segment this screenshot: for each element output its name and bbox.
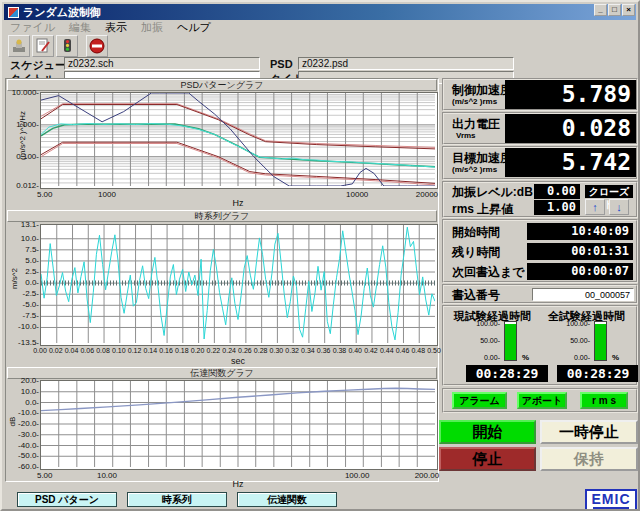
emic-logo-text: EMIC xyxy=(592,491,631,507)
hold-button[interactable]: 保持 xyxy=(540,447,638,471)
menu-excite[interactable]: 加振 xyxy=(141,20,163,34)
stop-sign-icon[interactable] xyxy=(86,35,108,57)
y-tick-label: 2.5 xyxy=(25,267,39,276)
output-voltage-value: 0.028 xyxy=(505,114,636,143)
y-tick-label: -40.0 xyxy=(18,440,39,449)
x-tick-label: 0.04 xyxy=(65,347,79,354)
stop-button[interactable]: 停止 xyxy=(439,447,536,471)
level-down-button[interactable]: ↓ xyxy=(609,199,629,215)
x-tick-label: 5.00 xyxy=(37,190,53,199)
x-tick-label: 0.22 xyxy=(207,347,221,354)
x-tick-label: 0.42 xyxy=(364,347,378,354)
psd-label: PSD xyxy=(270,58,293,70)
abort-button[interactable]: アボート xyxy=(517,392,567,409)
x-tick-label: 0.06 xyxy=(80,347,94,354)
level-up-button[interactable]: ↑ xyxy=(585,199,605,215)
shaker-icon[interactable] xyxy=(8,35,30,57)
close-button[interactable]: × xyxy=(622,4,635,16)
charts-panel: PSDパターングラフ (m/s^2 )^2/Hz 10.0001.0000.10… xyxy=(5,78,439,482)
menu-bar: ファイル 編集 表示 加振 ヘルプ xyxy=(4,20,636,34)
scale-50: 50.00 xyxy=(464,337,500,344)
total-elapsed-bar xyxy=(594,321,607,361)
x-tick-label: 0.02 xyxy=(49,347,63,354)
y-tick-label: 5.0 xyxy=(25,255,39,264)
elapsed-group: 現試験経過時間 100.00 50.00 0.00 % 00:28:29 全試験… xyxy=(442,305,638,386)
transfer-graph-title: 伝達関数グラフ xyxy=(7,367,437,379)
closed-loop-button[interactable]: クローズド xyxy=(585,185,633,198)
x-tick-label: 0.46 xyxy=(396,347,410,354)
menu-file[interactable]: ファイル xyxy=(10,20,55,34)
next-write-label: 次回書込まで xyxy=(452,264,525,281)
start-time-label: 開始時間 xyxy=(452,224,500,241)
minimize-button[interactable]: _ xyxy=(594,4,607,16)
y-tick-label: 0.100 xyxy=(16,151,39,160)
maximize-button[interactable]: □ xyxy=(608,4,621,16)
menu-view[interactable]: 表示 xyxy=(105,20,127,34)
y-tick-label: -30.0 xyxy=(18,429,39,438)
current-percent-symbol: % xyxy=(522,353,529,362)
y-tick-label: 0.0 xyxy=(25,397,39,406)
write-number-label: 書込番号 xyxy=(452,287,500,304)
menu-edit[interactable]: 編集 xyxy=(69,20,91,34)
target-accel-unit: (m/s^2 )rms xyxy=(452,165,497,174)
remain-time-label: 残り時間 xyxy=(452,244,500,261)
x-tick-label: 0.40 xyxy=(348,347,362,354)
x-tick-label: 0.12 xyxy=(128,347,142,354)
up-arrow-icon: ↑ xyxy=(592,201,598,213)
start-button[interactable]: 開始 xyxy=(439,420,536,444)
tab-time-series[interactable]: 時系列 xyxy=(127,492,227,507)
tab-transfer-function[interactable]: 伝達関数 xyxy=(237,492,337,507)
times-group: 開始時間 10:40:09 残り時間 00:01:31 次回書込まで 00:00… xyxy=(442,219,638,283)
time-graph-title: 時系列グラフ xyxy=(7,210,437,222)
app-icon xyxy=(8,7,19,18)
y-tick-label: 0.0 xyxy=(25,278,39,287)
target-accel-value: 5.742 xyxy=(505,148,636,177)
emic-logo: EMIC xyxy=(585,489,637,511)
control-accel-unit: (m/s^2 )rms xyxy=(452,97,497,106)
y-tick-label: 7.5 xyxy=(25,244,39,253)
x-tick-label: 0.14 xyxy=(144,347,158,354)
title-bar[interactable]: ランダム波制御 xyxy=(4,4,636,20)
y-tick-label: 10.0 xyxy=(21,386,39,395)
remain-time-value: 00:01:31 xyxy=(527,243,633,260)
start-time-value: 10:40:09 xyxy=(527,223,633,240)
tab-psd-pattern[interactable]: PSD パターン xyxy=(17,492,117,507)
x-tick-label: 0.20 xyxy=(191,347,205,354)
report-pen-icon[interactable] xyxy=(32,35,54,57)
alarm-button[interactable]: アラーム xyxy=(452,392,507,409)
time-y-axis: 13.110.07.55.02.50.0-2.5-5.0-7.5-10.0-13… xyxy=(7,224,39,344)
time-x-unit: sec xyxy=(231,356,245,366)
pause-button[interactable]: 一時停止 xyxy=(540,420,638,444)
x-tick-label: 0.00 xyxy=(33,347,47,354)
x-tick-label: 0.32 xyxy=(285,347,299,354)
window-title: ランダム波制御 xyxy=(23,5,101,20)
psd-x-unit: Hz xyxy=(233,198,244,208)
psd-field[interactable]: z0232.psd xyxy=(298,57,514,70)
x-tick-label: 5.00 xyxy=(37,471,53,480)
y-tick-label: 13.1 xyxy=(21,220,39,229)
next-write-value: 00:00:07 xyxy=(527,263,633,280)
scale-100: 100.00 xyxy=(464,320,500,327)
rms-rise-label: rms 上昇値 xyxy=(452,201,513,218)
menu-help[interactable]: ヘルプ xyxy=(177,20,211,34)
control-accel-group: 制御加速度 (m/s^2 )rms 5.789 xyxy=(442,78,638,111)
scale-50b: 50.00 xyxy=(554,337,590,344)
transfer-x-unit: Hz xyxy=(233,479,244,489)
transfer-chart-plot xyxy=(40,380,438,470)
psd-graph-title: PSDパターングラフ xyxy=(7,79,437,91)
x-tick-label: 0.10 xyxy=(112,347,126,354)
output-voltage-group: 出力電圧 Vrms 0.028 xyxy=(442,112,638,145)
y-tick-label: 0.012 xyxy=(16,181,39,190)
schedule-field[interactable]: z0232.sch xyxy=(64,57,260,70)
x-tick-label: 0.34 xyxy=(301,347,315,354)
x-tick-label: 0.26 xyxy=(238,347,252,354)
time-chart-plot xyxy=(40,224,438,346)
y-tick-label: -20.0 xyxy=(18,419,39,428)
traffic-light-icon[interactable] xyxy=(56,35,78,57)
x-tick-label: 0.28 xyxy=(254,347,268,354)
drive-level-value: 0.00 xyxy=(534,184,580,199)
rms-button[interactable]: r m s xyxy=(580,392,628,409)
control-accel-value: 5.789 xyxy=(505,80,636,109)
x-tick-label: 0.30 xyxy=(270,347,284,354)
y-tick-label: 1.000 xyxy=(16,119,39,128)
